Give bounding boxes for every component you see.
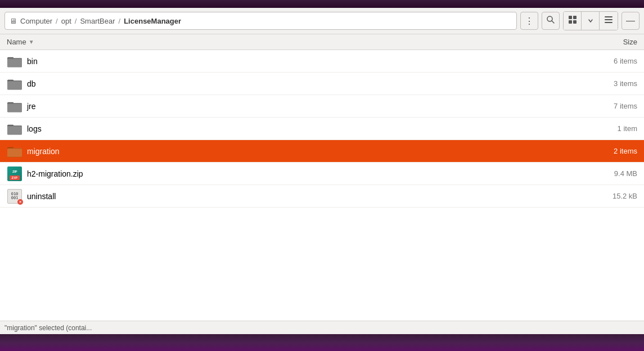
folder-icon xyxy=(7,98,22,114)
file-size-zip: 9.4 MB xyxy=(570,169,637,178)
more-icon: ⋮ xyxy=(525,16,534,26)
svg-rect-4 xyxy=(569,20,572,24)
bottom-decoration-bar xyxy=(0,334,644,351)
sort-arrow-icon: ▼ xyxy=(29,39,34,45)
minimize-icon: — xyxy=(626,16,635,26)
file-size-bin: 6 items xyxy=(570,57,637,65)
status-bar: "migration" selected (contai... xyxy=(0,321,644,334)
table-row[interactable]: ZIP ZIP h2-migration.zip 9.4 MB xyxy=(0,163,644,185)
minimize-button[interactable]: — xyxy=(622,12,640,30)
svg-rect-12 xyxy=(7,58,22,66)
grid-icon xyxy=(568,15,577,26)
breadcrumb-computer[interactable]: Computer xyxy=(20,17,52,25)
search-icon xyxy=(546,15,555,26)
file-size-jre: 7 items xyxy=(570,102,637,110)
table-row[interactable]: jre 7 items xyxy=(0,95,644,118)
status-text: "migration" selected (contai... xyxy=(4,324,92,332)
table-row[interactable]: 010001 × uninstall 15.2 kB xyxy=(0,185,644,208)
file-name-migration: migration xyxy=(27,147,570,156)
size-column-header[interactable]: Size xyxy=(570,38,637,46)
list-icon xyxy=(604,15,613,26)
table-row[interactable]: bin 6 items xyxy=(0,50,644,73)
file-name-logs: logs xyxy=(27,124,570,133)
svg-rect-7 xyxy=(605,19,613,20)
sep3: / xyxy=(119,17,121,25)
column-header: Name ▼ Size xyxy=(0,34,644,50)
grid-dropdown-button[interactable] xyxy=(582,12,600,30)
breadcrumb-licensemanager[interactable]: LicenseManager xyxy=(124,17,181,25)
grid-view-button[interactable] xyxy=(564,12,582,30)
file-size-db: 3 items xyxy=(570,79,637,88)
chevron-down-icon xyxy=(588,16,593,26)
file-name-uninstall: uninstall xyxy=(27,192,570,201)
breadcrumb-opt[interactable]: opt xyxy=(61,17,71,25)
sep2: / xyxy=(75,17,77,25)
folder-icon-selected xyxy=(7,143,22,159)
svg-rect-3 xyxy=(573,16,577,19)
view-mode-group xyxy=(563,11,618,30)
file-size-migration: 2 items xyxy=(570,147,637,155)
file-name-db: db xyxy=(27,79,570,88)
name-column-label: Name xyxy=(7,38,26,46)
list-view-button[interactable] xyxy=(600,12,618,30)
svg-line-1 xyxy=(552,21,554,23)
table-row[interactable]: migration 2 items xyxy=(0,140,644,163)
svg-rect-20 xyxy=(7,104,22,111)
svg-rect-8 xyxy=(605,22,613,23)
search-button[interactable] xyxy=(542,12,560,30)
svg-rect-28 xyxy=(7,148,22,156)
more-options-button[interactable]: ⋮ xyxy=(520,12,538,30)
file-list-container: Name ▼ Size bin 6 items db 3 xyxy=(0,34,644,321)
table-row[interactable]: logs 1 item xyxy=(0,118,644,140)
table-row[interactable]: db 3 items xyxy=(0,73,644,95)
folder-icon xyxy=(7,53,22,69)
folder-icon xyxy=(7,76,22,92)
file-name-bin: bin xyxy=(27,57,570,66)
file-name-zip: h2-migration.zip xyxy=(27,169,570,178)
svg-rect-5 xyxy=(573,20,577,24)
file-size-uninstall: 15.2 kB xyxy=(570,192,637,200)
file-size-logs: 1 item xyxy=(570,124,637,133)
zip-file-icon: ZIP ZIP xyxy=(7,166,22,182)
breadcrumb-smartbear[interactable]: SmartBear xyxy=(80,17,115,25)
svg-rect-16 xyxy=(7,81,22,89)
svg-rect-6 xyxy=(605,16,613,17)
name-column-header[interactable]: Name ▼ xyxy=(7,38,570,46)
title-bar xyxy=(0,0,644,8)
file-name-jre: jre xyxy=(27,102,570,111)
toolbar: 🖥 Computer / opt / SmartBear / LicenseMa… xyxy=(0,8,644,34)
svg-rect-2 xyxy=(569,16,572,19)
folder-icon xyxy=(7,121,22,137)
address-bar[interactable]: 🖥 Computer / opt / SmartBear / LicenseMa… xyxy=(4,12,517,30)
svg-rect-24 xyxy=(7,126,22,134)
executable-file-icon: 010001 × xyxy=(7,188,22,204)
computer-icon: 🖥 xyxy=(10,17,17,25)
sep1: / xyxy=(56,17,58,25)
